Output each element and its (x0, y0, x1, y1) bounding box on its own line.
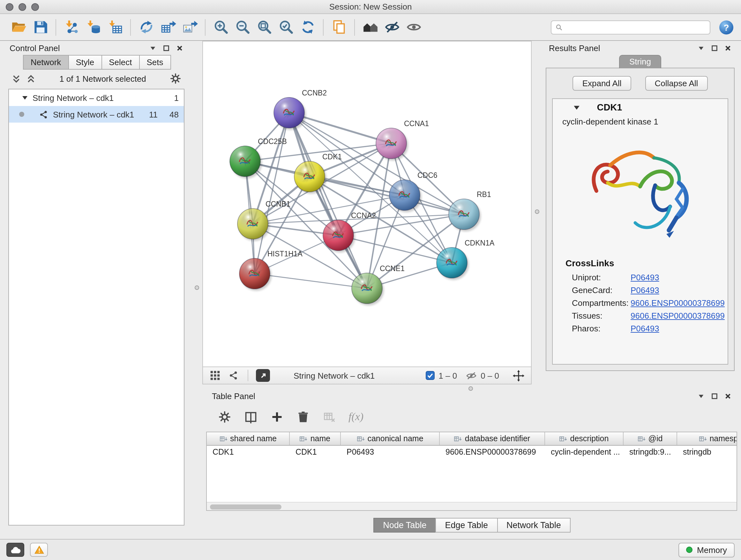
splitter-handle[interactable] (195, 286, 199, 290)
network-node-CDC25B[interactable]: CDC25B (230, 137, 287, 179)
export-network-button[interactable] (135, 17, 157, 37)
column-header-namespace[interactable]: namespace (677, 432, 737, 445)
zoom-in-button[interactable] (210, 17, 232, 37)
column-sort-icon[interactable] (219, 435, 227, 442)
crosslink-link[interactable]: P06493 (630, 323, 659, 333)
column-header-canonical-name[interactable]: canonical name (341, 432, 440, 445)
panel-menu-icon[interactable] (149, 44, 156, 51)
panel-close-icon[interactable] (724, 392, 731, 399)
memory-button[interactable]: Memory (678, 543, 735, 557)
eye-slash-icon[interactable] (466, 371, 477, 380)
table-row[interactable]: CDK1CDK1P064939606.ENSP00000378699cyclin… (207, 446, 737, 458)
splitter-handle[interactable] (535, 209, 539, 214)
clone-network-button[interactable] (328, 17, 350, 37)
table-cell[interactable]: 9606.ENSP00000378699 (440, 446, 545, 458)
detach-view-button[interactable] (256, 369, 270, 382)
column-header-database-identifier[interactable]: database identifier (440, 432, 545, 445)
network-canvas[interactable]: CCNB2CCNA1CDC25BCDK1CDC6RB1CCNB1CCNA2CDK… (202, 41, 532, 367)
zoom-out-button[interactable] (232, 17, 253, 37)
warnings-button[interactable] (30, 543, 48, 557)
table-cell[interactable]: CDK1 (290, 446, 341, 458)
save-session-button[interactable] (29, 17, 51, 37)
zoom-fit-button[interactable] (253, 17, 275, 37)
crosslink-link[interactable]: 9606.ENSP00000378699 (630, 311, 725, 320)
selected-checkbox-icon[interactable] (426, 371, 434, 380)
collapse-caret-icon[interactable] (573, 104, 580, 111)
column-sort-icon[interactable] (454, 435, 462, 442)
export-table-button[interactable] (157, 17, 179, 37)
network-node-CDK1[interactable]: CDK1 (294, 152, 342, 194)
create-column-button[interactable] (270, 410, 284, 424)
tab-network[interactable]: Network (23, 55, 69, 70)
column-header-name[interactable]: name (290, 432, 341, 445)
column-header--id[interactable]: @id (623, 432, 677, 445)
open-session-button[interactable] (8, 17, 29, 37)
panel-close-icon[interactable] (176, 44, 183, 51)
table-cell[interactable]: stringdb (677, 446, 737, 458)
collapse-all-button[interactable]: Collapse All (645, 76, 708, 91)
panel-menu-icon[interactable] (697, 392, 704, 399)
minimize-window-button[interactable] (18, 3, 26, 11)
string-homes-button[interactable] (359, 17, 381, 37)
show-results-button[interactable] (403, 17, 424, 37)
network-node-CCNB1[interactable]: CCNB1 (238, 200, 290, 241)
network-overview-button[interactable] (227, 369, 240, 382)
import-network-file-button[interactable] (61, 17, 82, 37)
column-sort-icon[interactable] (356, 435, 365, 442)
scrollbar-thumb[interactable] (210, 504, 281, 509)
show-columns-button[interactable] (244, 410, 258, 424)
expand-all-icon[interactable] (26, 74, 36, 83)
horizontal-scrollbar[interactable] (207, 502, 737, 510)
panel-menu-icon[interactable] (697, 44, 704, 51)
tab-network-table[interactable]: Network Table (497, 518, 570, 533)
column-sort-icon[interactable] (637, 435, 646, 442)
table-cell[interactable]: stringdb:9... (623, 446, 677, 458)
tab-style[interactable]: Style (68, 55, 102, 70)
network-graph[interactable]: CCNB2CCNA1CDC25BCDK1CDC6RB1CCNB1CCNA2CDK… (203, 42, 531, 367)
network-node-RB1[interactable]: RB1 (449, 190, 491, 232)
collapse-all-icon[interactable] (11, 74, 21, 83)
table-settings-button[interactable] (218, 410, 232, 424)
protein-card-header[interactable]: CDK1 (553, 99, 728, 116)
delete-column-button[interactable] (296, 410, 310, 424)
zoom-window-button[interactable] (31, 3, 39, 11)
cloud-status-button[interactable] (6, 543, 24, 557)
tab-select[interactable]: Select (101, 55, 139, 70)
expand-all-button[interactable]: Expand All (573, 76, 631, 91)
apply-layout-button[interactable] (297, 17, 319, 37)
network-node-CDKN1A[interactable]: CDKN1A (436, 239, 495, 280)
tree-caret-icon[interactable] (22, 95, 28, 101)
network-node-CCNA1[interactable]: CCNA1 (376, 119, 429, 161)
column-header-description[interactable]: description (545, 432, 623, 445)
tab-edge-table[interactable]: Edge Table (435, 518, 497, 533)
crosslink-link[interactable]: 9606.ENSP00000378699 (630, 298, 725, 307)
table-cell[interactable]: cyclin-dependent ... (545, 446, 623, 458)
network-collection-row[interactable]: String Network – cdk1 1 (9, 89, 184, 106)
panel-close-icon[interactable] (724, 44, 731, 51)
birds-eye-grid-button[interactable] (209, 369, 221, 382)
search-input[interactable] (566, 23, 706, 32)
network-node-CCNB2[interactable]: CCNB2 (274, 89, 327, 130)
column-sort-icon[interactable] (300, 435, 308, 442)
table-cell[interactable]: P06493 (341, 446, 440, 458)
panel-float-icon[interactable] (711, 44, 718, 51)
import-network-database-button[interactable] (82, 17, 104, 37)
hide-results-button[interactable] (381, 17, 403, 37)
tab-sets[interactable]: Sets (139, 55, 171, 70)
panel-float-icon[interactable] (163, 44, 170, 51)
network-row-selected[interactable]: String Network – cdk1 11 48 (9, 106, 184, 123)
gear-icon[interactable] (170, 73, 181, 84)
tab-node-table[interactable]: Node Table (374, 518, 436, 533)
close-window-button[interactable] (6, 3, 13, 11)
network-node-HIST1H1A[interactable]: HIST1H1A (239, 250, 303, 291)
crosslink-link[interactable]: P06493 (630, 285, 659, 295)
column-header-shared-name[interactable]: shared name (207, 432, 290, 445)
column-sort-icon[interactable] (698, 435, 707, 442)
export-image-button[interactable] (179, 17, 200, 37)
column-sort-icon[interactable] (559, 435, 568, 442)
zoom-selected-button[interactable] (275, 17, 297, 37)
table-cell[interactable]: CDK1 (207, 446, 290, 458)
help-button[interactable]: ? (719, 20, 733, 34)
pan-mode-button[interactable] (511, 368, 525, 382)
crosslink-link[interactable]: P06493 (630, 272, 659, 282)
